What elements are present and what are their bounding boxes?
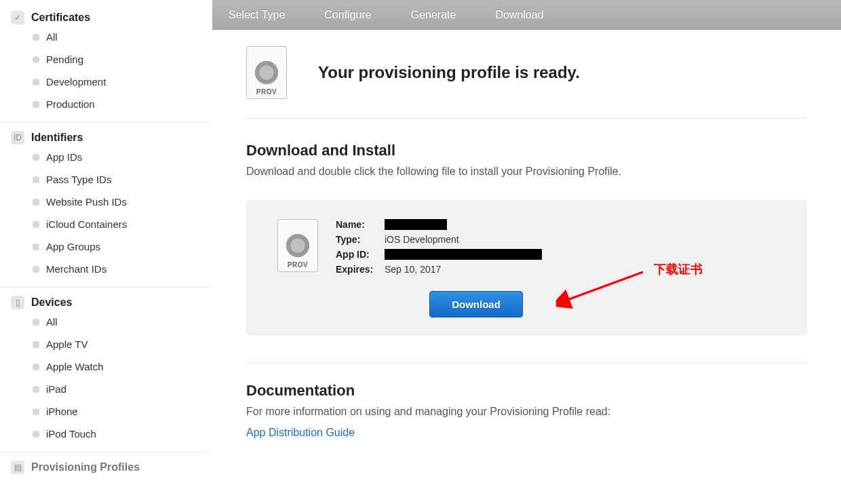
sidebar-header-identifiers[interactable]: ID Identifiers xyxy=(0,127,210,146)
sidebar-header-label: Provisioning Profiles xyxy=(31,461,140,473)
step-download[interactable]: Download xyxy=(479,9,566,21)
bullet-icon xyxy=(33,101,39,108)
bullet-icon xyxy=(33,244,39,250)
app-distribution-guide-link[interactable]: App Distribution Guide xyxy=(246,427,355,439)
certificate-icon: ✓ xyxy=(11,11,24,24)
main-content: PROV Your provisioning profile is ready.… xyxy=(212,30,841,504)
provisioning-profile-icon: PROV xyxy=(246,46,287,99)
name-label: Name: xyxy=(336,219,385,230)
gear-icon xyxy=(255,61,278,84)
documentation-section: Documentation For more information on us… xyxy=(246,363,807,439)
expires-value: Sep 10, 2017 xyxy=(385,264,441,275)
sidebar-item-label: iPod Touch xyxy=(46,428,96,440)
svg-line-0 xyxy=(566,272,643,301)
sidebar-item-label: iPad xyxy=(46,383,66,395)
section-heading: Download and Install xyxy=(246,142,807,159)
gear-icon xyxy=(286,234,309,257)
sidebar-item-label: Apple TV xyxy=(46,338,87,350)
id-icon: ID xyxy=(11,131,24,144)
bullet-icon xyxy=(33,266,39,273)
bullet-icon xyxy=(33,386,39,393)
expires-label: Expires: xyxy=(336,264,385,275)
device-icon: ▯ xyxy=(11,296,24,309)
page-title: Your provisioning profile is ready. xyxy=(318,63,580,82)
sidebar-item-devices-all[interactable]: All xyxy=(0,311,210,333)
sidebar-item-label: Development xyxy=(46,76,106,88)
bullet-icon xyxy=(33,176,39,183)
sidebar-group-devices: ▯ Devices All Apple TV Apple Watch iPad … xyxy=(0,287,210,452)
sidebar-item-ipad[interactable]: iPad xyxy=(0,378,210,400)
download-button[interactable]: Download xyxy=(429,291,523,317)
sidebar-item-label: iPhone xyxy=(46,406,78,417)
icon-label: PROV xyxy=(288,261,308,269)
sidebar-item-production[interactable]: Production xyxy=(0,93,210,115)
sidebar-item-development[interactable]: Development xyxy=(0,71,210,93)
type-label: Type: xyxy=(336,234,385,245)
profile-card: PROV Name: Type:iOS Development App ID: … xyxy=(246,200,807,335)
sidebar-item-ipod-touch[interactable]: iPod Touch xyxy=(0,423,210,445)
sidebar-item-label: Merchant IDs xyxy=(46,263,106,275)
sidebar-item-label: Pending xyxy=(46,54,83,65)
sidebar-item-pending[interactable]: Pending xyxy=(0,48,210,71)
sidebar-item-pass-type-ids[interactable]: Pass Type IDs xyxy=(0,168,210,191)
sidebar-item-label: Production xyxy=(46,98,95,110)
step-generate[interactable]: Generate xyxy=(395,9,480,21)
sidebar-item-all[interactable]: All xyxy=(0,26,210,48)
sidebar-item-label: All xyxy=(46,316,58,328)
annotation-arrow xyxy=(556,268,651,309)
type-value: iOS Development xyxy=(385,234,459,245)
name-value-redacted xyxy=(385,219,447,230)
sidebar-item-icloud-containers[interactable]: iCloud Containers xyxy=(0,213,210,235)
sidebar-item-label: Apple Watch xyxy=(46,361,104,372)
bullet-icon xyxy=(33,319,39,326)
sidebar-header-label: Certificates xyxy=(31,12,90,24)
bullet-icon xyxy=(33,341,39,348)
sidebar-item-label: App IDs xyxy=(46,151,82,163)
sidebar-item-merchant-ids[interactable]: Merchant IDs xyxy=(0,258,210,280)
sidebar-item-label: Pass Type IDs xyxy=(46,174,111,185)
sidebar-group-certificates: ✓ Certificates All Pending Development P… xyxy=(0,0,210,122)
appid-value-redacted xyxy=(385,249,542,260)
bullet-icon xyxy=(33,199,39,206)
sidebar-item-apple-tv[interactable]: Apple TV xyxy=(0,333,210,355)
bullet-icon xyxy=(33,431,39,438)
icon-label: PROV xyxy=(256,88,277,96)
sidebar-item-label: App Groups xyxy=(46,241,100,252)
section-subtext: For more information on using and managi… xyxy=(246,404,807,420)
sidebar: ✓ Certificates All Pending Development P… xyxy=(0,0,210,504)
bullet-icon xyxy=(33,364,39,370)
sidebar-item-iphone[interactable]: iPhone xyxy=(0,400,210,423)
section-heading: Documentation xyxy=(246,382,807,400)
appid-label: App ID: xyxy=(336,249,385,260)
bullet-icon xyxy=(33,221,39,228)
sidebar-item-label: All xyxy=(46,31,58,43)
step-select-type[interactable]: Select Type xyxy=(212,9,308,21)
sidebar-group-provisioning-profiles: ▤ Provisioning Profiles xyxy=(0,452,210,482)
sidebar-item-label: Website Push IDs xyxy=(46,196,127,208)
bullet-icon xyxy=(33,154,39,161)
sidebar-group-identifiers: ID Identifiers App IDs Pass Type IDs Web… xyxy=(0,122,210,287)
sidebar-item-label: iCloud Containers xyxy=(46,218,127,230)
sidebar-item-app-groups[interactable]: App Groups xyxy=(0,235,210,258)
section-subtext: Download and double click the following … xyxy=(246,163,807,180)
profile-meta: Name: Type:iOS Development App ID: Expir… xyxy=(336,219,542,317)
sidebar-item-apple-watch[interactable]: Apple Watch xyxy=(0,355,210,378)
sidebar-header-certificates[interactable]: ✓ Certificates xyxy=(0,7,210,26)
sidebar-header-provisioning-profiles[interactable]: ▤ Provisioning Profiles xyxy=(0,457,210,476)
provisioning-profile-icon: PROV xyxy=(277,219,318,272)
bullet-icon xyxy=(33,56,39,63)
sidebar-header-label: Identifiers xyxy=(31,132,83,144)
annotation-text: 下载证书 xyxy=(654,261,703,277)
bullet-icon xyxy=(33,79,39,85)
step-bar: Select Type Configure Generate Download xyxy=(212,0,841,31)
bullet-icon xyxy=(33,408,39,415)
bullet-icon xyxy=(33,34,39,41)
download-install-section: Download and Install Download and double… xyxy=(246,119,807,200)
sidebar-header-label: Devices xyxy=(31,296,73,309)
sidebar-item-app-ids[interactable]: App IDs xyxy=(0,146,210,168)
sidebar-header-devices[interactable]: ▯ Devices xyxy=(0,292,210,311)
hero: PROV Your provisioning profile is ready. xyxy=(246,46,807,99)
file-icon: ▤ xyxy=(11,461,24,474)
step-configure[interactable]: Configure xyxy=(308,9,394,21)
sidebar-item-website-push-ids[interactable]: Website Push IDs xyxy=(0,191,210,213)
